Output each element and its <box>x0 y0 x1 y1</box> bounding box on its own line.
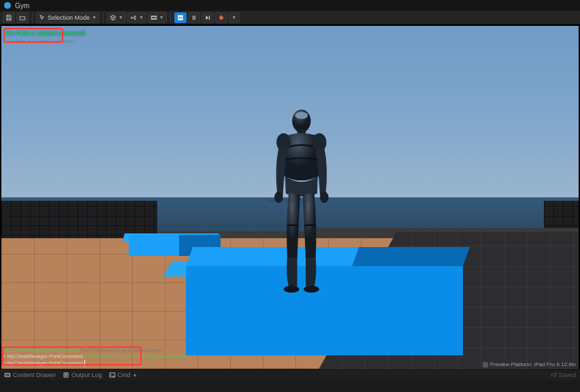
cinematics-dropdown[interactable]: ▼ <box>148 12 167 23</box>
preview-platform-label: Preview Platform: iPad Pro 6 12.9in <box>483 361 576 368</box>
main-toolbar: Selection Mode ▼ ▼ ▼ ▼ ▼ <box>0 11 580 24</box>
game-viewport[interactable]: MyCheatManager It's Print a CheatCommand… <box>1 26 579 369</box>
ue-logo-icon <box>4 2 11 9</box>
chevron-down-icon: ▼ <box>92 15 97 20</box>
svg-point-14 <box>304 286 319 293</box>
chevron-down-icon: ▼ <box>159 15 164 20</box>
source-control-status[interactable]: All Saved <box>550 372 576 378</box>
device-icon <box>483 362 488 368</box>
separator <box>170 13 171 22</box>
console-line-1: MyCheatManager.TestCommand Test Command … <box>3 347 188 353</box>
cinematics-icon <box>150 14 157 21</box>
viewport-frame: MyCheatManager It's Print a CheatCommand… <box>0 24 580 380</box>
actor-label: MyCheatManager <box>267 197 310 203</box>
separator <box>32 13 33 22</box>
window-title: Gym <box>15 2 29 10</box>
cmd-dropdown[interactable]: Cmd ▼ <box>109 372 138 378</box>
console-line-2: > MyCheatManager.PrintCommand Print a ex… <box>3 353 188 359</box>
svg-rect-5 <box>178 17 182 18</box>
cursor-icon <box>39 14 46 21</box>
svg-point-12 <box>320 191 329 203</box>
print-string-overlay: It's Print a CheatCommand! <box>5 30 86 37</box>
pause-button[interactable] <box>188 12 200 23</box>
frame-advance-icon <box>204 14 211 21</box>
status-bar: Content Drawer Output Log Cmd ▼ All Save… <box>0 369 580 380</box>
separator <box>103 13 103 22</box>
drawer-icon <box>4 372 11 378</box>
svg-point-13 <box>284 286 300 293</box>
svg-point-7 <box>295 112 308 118</box>
titlebar: Gym <box>0 0 580 11</box>
browse-icon <box>19 14 26 21</box>
browse-button[interactable] <box>16 12 29 23</box>
blueprint-icon <box>130 14 137 21</box>
chevron-down-icon: ▼ <box>118 15 123 20</box>
svg-rect-3 <box>151 16 157 19</box>
editor-mode-dropdown[interactable]: Selection Mode ▼ <box>36 12 99 23</box>
chevron-down-icon: ▼ <box>231 15 236 20</box>
play-button[interactable] <box>174 12 187 23</box>
terminal-icon <box>109 372 116 378</box>
play-icon <box>177 14 184 21</box>
editor-mode-label: Selection Mode <box>48 14 90 21</box>
console-line-3: > MyCheatManager.PrintCommand <box>3 360 188 366</box>
stop-icon <box>218 14 225 21</box>
frame-advance-button[interactable] <box>202 12 214 23</box>
print-string-overlay-shadow: It's Print a CheatCommand! <box>7 38 74 44</box>
svg-point-0 <box>131 16 133 18</box>
pause-icon <box>191 14 197 21</box>
save-icon <box>5 14 12 21</box>
stop-button[interactable] <box>215 12 227 23</box>
add-content-dropdown[interactable]: ▼ <box>107 12 126 23</box>
cube-plus-icon <box>110 14 116 21</box>
console-output: MyCheatManager.TestCommand Test Command … <box>3 347 188 366</box>
platforms-dropdown[interactable]: ▼ <box>229 12 240 23</box>
blueprints-dropdown[interactable]: ▼ <box>127 12 146 23</box>
log-icon <box>63 372 69 378</box>
chevron-down-icon: ▼ <box>133 373 138 378</box>
save-button[interactable] <box>3 12 15 23</box>
chevron-down-icon: ▼ <box>139 15 144 20</box>
content-drawer-button[interactable]: Content Drawer <box>4 372 56 378</box>
output-log-button[interactable]: Output Log <box>63 372 102 378</box>
